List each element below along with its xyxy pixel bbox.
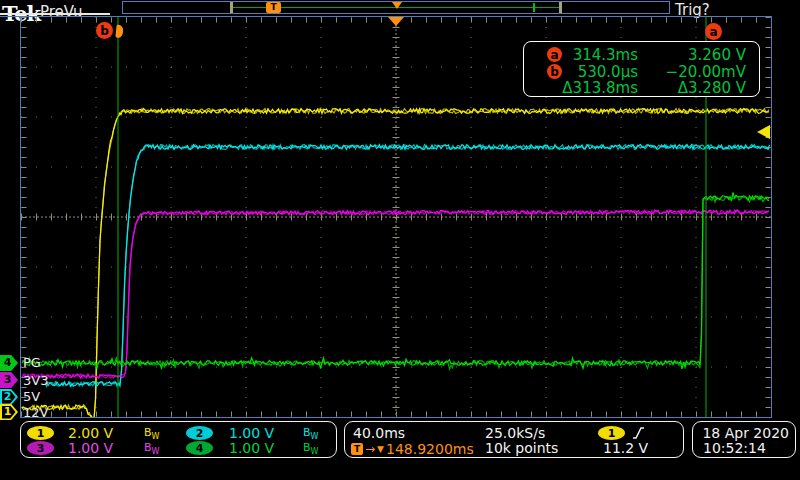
date-readout: 18 Apr 2020	[702, 426, 789, 440]
waveform-label-3v3: 3V3	[23, 373, 48, 388]
cursor-a-value: 3.260 V	[626, 46, 746, 64]
channel-2-marker[interactable]: 2	[0, 389, 18, 405]
timebase-scale: 40.0ms	[353, 426, 405, 440]
cursor-delta-time: Δ313.8ms	[538, 79, 638, 97]
waveform-label-5v: 5V	[23, 389, 40, 404]
time-readout: 10:52:14	[703, 441, 766, 455]
horizontal-trigger-box: 40.0ms 25.0kS/s 1 T → ▼ 148.9200ms 10k p…	[344, 421, 684, 458]
channel-1-scale: 2.00 V	[68, 426, 113, 440]
trigger-level-arrow-icon[interactable]	[757, 125, 770, 139]
expansion-triangle-icon: ▼	[377, 443, 384, 455]
record-trigger-marker: T	[266, 2, 281, 13]
sample-rate: 25.0kS/s	[485, 426, 545, 440]
cursor-a-time: 314.3ms	[538, 46, 638, 64]
trace-ch2-5v	[45, 145, 770, 387]
cursor-b-badge[interactable]: b	[96, 22, 113, 39]
channel-3-badge: 3	[27, 441, 54, 455]
channel-3-bandwidth-icon: BW	[144, 441, 159, 459]
waveform-label-12v: 12V	[23, 405, 48, 420]
record-window-bracket-right	[559, 2, 562, 13]
header-underline	[0, 13, 110, 15]
arrow-right-icon: →	[365, 443, 375, 455]
record-expansion-marker-icon	[392, 2, 402, 9]
channel-2-badge: 2	[186, 426, 213, 440]
channel-4-scale: 1.00 V	[229, 441, 274, 455]
oscilloscope-screen: Tek PreVu Trig? T b a a 314.3ms 3.260 V …	[0, 0, 800, 480]
channel-1-badge: 1	[27, 426, 54, 440]
expansion-point-marker-icon	[388, 17, 404, 26]
cursor-delta-value: Δ3.280 V	[626, 79, 746, 97]
trigger-source-badge: 1	[598, 426, 625, 440]
channel-3-marker[interactable]: 3	[0, 372, 18, 388]
graticule-frame-extension	[0, 16, 20, 17]
cursor-readout-box: a 314.3ms 3.260 V b 530.0µs −20.00mV Δ31…	[523, 41, 760, 97]
trigger-delay-readout: T → ▼ 148.9200ms	[351, 441, 474, 457]
channel-3-scale: 1.00 V	[68, 441, 113, 455]
channel-4-marker[interactable]: 4	[0, 355, 18, 371]
record-view-bar: T	[122, 1, 670, 14]
waveform-label-pg: PG	[23, 355, 41, 370]
record-length: 10k points	[485, 441, 558, 455]
channel-4-badge: 4	[186, 441, 213, 455]
trigger-delay-t-icon: T	[351, 443, 363, 455]
channel-4-bandwidth-icon: BW	[303, 441, 318, 459]
record-cursor-a-tick	[533, 3, 535, 12]
trigger-delay-value: 148.9200ms	[386, 441, 474, 457]
trigger-slope-rising-icon	[632, 426, 645, 440]
trigger-level: 11.2 V	[603, 441, 648, 455]
channel-2-scale: 1.00 V	[229, 426, 274, 440]
channel-1-marker[interactable]: 1	[0, 404, 18, 420]
channel-readout-box: 1 2.00 V BW 2 1.00 V BW 3 1.00 V BW 4 1.…	[20, 421, 337, 458]
cursor-a-badge[interactable]: a	[705, 23, 722, 40]
trace-ch2-5v	[45, 145, 770, 387]
datetime-box: 18 Apr 2020 10:52:14	[692, 421, 796, 458]
record-window-bracket-left	[230, 2, 233, 13]
